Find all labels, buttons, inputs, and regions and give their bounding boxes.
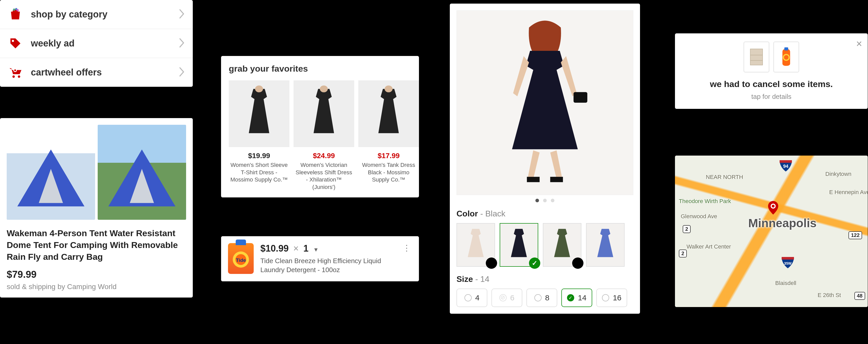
svg-point-3 <box>12 40 14 42</box>
size-label: 14 <box>578 294 586 302</box>
size-option[interactable]: 14 <box>561 288 592 307</box>
product-image[interactable] <box>7 125 95 220</box>
carousel-dot[interactable] <box>543 199 547 202</box>
cart-line-item: Tide $10.99 × 1 ▼ Tide Clean Breeze High… <box>221 236 419 281</box>
favorite-item[interactable]: $19.99 Women's Short Sleeve T-Shirt Dres… <box>229 80 289 191</box>
notice-subtitle: tap for details <box>683 93 860 101</box>
size-option-label: Size - 14 <box>457 274 633 284</box>
svg-point-8 <box>255 85 263 93</box>
chevron-right-icon <box>179 38 185 49</box>
product-thumbnail <box>229 80 289 147</box>
route-shield: 2 <box>679 249 687 257</box>
interstate-shield-icon: 94 <box>779 159 793 172</box>
price-tag-icon <box>8 36 23 51</box>
menu-item-cartwheel-offers[interactable]: cartwheel offers <box>0 58 193 87</box>
color-option-label: Color - Black <box>457 209 633 218</box>
product-image[interactable] <box>98 125 186 220</box>
favorite-item[interactable]: $17.99 Women's Tank Dress Black - Mossim… <box>358 80 419 191</box>
route-shield: 2 <box>683 225 691 233</box>
menu-item-label: weekly ad <box>31 38 179 49</box>
color-swatch[interactable] <box>543 223 581 267</box>
line-item-quantity: 1 <box>303 243 308 254</box>
svg-point-9 <box>320 85 328 93</box>
map-pin-icon[interactable] <box>768 201 779 212</box>
quantity-stepper[interactable]: $10.99 × 1 ▼ <box>260 243 402 254</box>
svg-point-10 <box>385 85 393 93</box>
route-shield: 122 <box>848 231 862 239</box>
cancel-notice[interactable]: × we had to cancel some items. tap for d… <box>675 33 868 109</box>
svg-text:94: 94 <box>783 164 788 169</box>
swatch-color-dot <box>572 257 584 269</box>
map-city-label: Minneapolis <box>748 216 816 230</box>
size-option-row: 4 6 8 14 16 <box>457 288 633 307</box>
size-option[interactable]: 8 <box>526 288 557 307</box>
svg-text:35W: 35W <box>784 261 792 266</box>
product-image-row <box>7 125 186 220</box>
product-price: $24.99 <box>293 152 354 160</box>
map-label: Blaisdell <box>775 280 796 286</box>
product-detail: Color - Black ✓ Size - 14 4 6 8 14 16 <box>450 4 640 314</box>
size-label: 16 <box>613 294 621 302</box>
line-item-price: $10.99 <box>260 243 289 254</box>
svg-rect-16 <box>750 49 763 65</box>
carousel-indicator[interactable] <box>457 199 633 203</box>
checkmark-icon: ✓ <box>529 257 540 269</box>
radio-disabled-icon <box>499 294 506 301</box>
multiply-symbol: × <box>293 243 299 254</box>
size-label: 4 <box>475 294 479 302</box>
map-label: Walker Art Center <box>686 243 731 250</box>
option-value: Black <box>485 209 505 218</box>
product-seller: sold & shipping by Camping World <box>7 283 186 291</box>
product-name: Women's Short Sleeve T-Shirt Dress - Mos… <box>229 162 289 183</box>
svg-point-2 <box>17 9 19 11</box>
svg-point-7 <box>14 69 16 71</box>
product-thumbnail[interactable]: Tide <box>228 243 254 274</box>
map-label: Glenwood Ave <box>681 213 717 220</box>
size-label: 6 <box>510 294 515 302</box>
size-option: 6 <box>491 288 522 307</box>
size-option[interactable]: 16 <box>596 288 627 307</box>
close-button[interactable]: × <box>856 38 862 49</box>
map-label: Dinkytown <box>825 171 851 177</box>
color-swatch[interactable] <box>586 223 625 267</box>
cart-icon <box>8 65 23 80</box>
menu-item-weekly-ad[interactable]: weekly ad <box>0 29 193 58</box>
chevron-down-icon: ▼ <box>313 246 319 253</box>
menu-item-shop-by-category[interactable]: shop by category <box>0 0 193 29</box>
section-title: grab your favorites <box>229 64 419 74</box>
shopping-bag-icon <box>8 7 23 22</box>
option-value: 14 <box>480 274 489 284</box>
store-map[interactable]: NEAR NORTH Theodore Wirth Park Glenwood … <box>675 156 868 307</box>
svg-point-21 <box>784 55 788 60</box>
cancelled-item-thumbnail <box>773 42 799 72</box>
more-options-button[interactable]: ⋮ <box>402 243 412 253</box>
product-thumbnail <box>293 80 354 147</box>
favorite-item[interactable]: $24.99 Women's Victorian Sleeveless Shif… <box>293 80 354 191</box>
radio-icon <box>534 294 541 301</box>
notice-title: we had to cancel some items. <box>683 79 860 89</box>
product-price: $79.99 <box>7 269 186 280</box>
product-price: $17.99 <box>358 152 419 160</box>
map-label: Theodore Wirth Park <box>679 198 731 205</box>
color-swatch[interactable]: ✓ <box>500 223 538 267</box>
option-name: Color <box>457 209 478 218</box>
menu-item-label: shop by category <box>31 9 179 20</box>
nav-menu: shop by category weekly ad cartwheel off… <box>0 0 193 87</box>
carousel-dot[interactable] <box>535 199 539 202</box>
color-swatch-row: ✓ <box>457 223 633 267</box>
radio-icon <box>464 294 472 301</box>
carousel-dot[interactable] <box>551 199 554 202</box>
product-hero-image[interactable] <box>457 10 633 195</box>
product-name: Women's Tank Dress Black - Mossimo Suppl… <box>358 162 419 183</box>
chevron-right-icon <box>179 9 185 20</box>
interstate-shield-icon: 35W <box>781 255 795 269</box>
product-name: Women's Victorian Sleeveless Shift Dress… <box>293 162 354 191</box>
product-card-tent[interactable]: Wakeman 4-Person Tent Water Resistant Do… <box>0 118 193 298</box>
line-item-name: Tide Clean Breeze High Efficiency Liquid… <box>260 256 402 274</box>
svg-point-4 <box>12 75 14 78</box>
size-option[interactable]: 4 <box>457 288 487 307</box>
radio-icon <box>602 294 609 301</box>
color-swatch[interactable] <box>457 223 495 267</box>
svg-text:Tide: Tide <box>236 257 246 263</box>
svg-point-5 <box>18 75 20 78</box>
